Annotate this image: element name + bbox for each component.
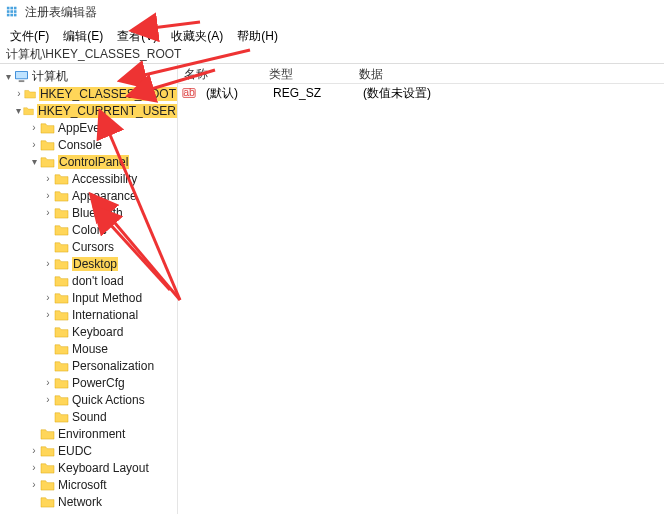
tree-appevents[interactable]: › AppEvents — [28, 119, 177, 136]
chevron-right-icon[interactable]: › — [42, 309, 54, 321]
folder-icon — [40, 495, 55, 508]
tree-label: Mouse — [72, 342, 108, 356]
tree-environment[interactable]: ·Environment — [28, 425, 177, 442]
window-title: 注册表编辑器 — [25, 4, 97, 21]
tree-appearance[interactable]: ›Appearance — [42, 187, 177, 204]
menubar: 文件(F) 编辑(E) 查看(V) 收藏夹(A) 帮助(H) — [0, 24, 664, 46]
tree-label: PowerCfg — [72, 376, 125, 390]
tree-hkey-classes-root[interactable]: › HKEY_CLASSES_ROOT — [14, 85, 177, 102]
folder-icon — [54, 223, 69, 236]
tree-label: Console — [58, 138, 102, 152]
tree-label: Colors — [72, 223, 107, 237]
tree-printers[interactable]: ›Printers — [28, 510, 177, 514]
chevron-right-icon[interactable]: › — [42, 190, 54, 202]
tree-hkey-current-user[interactable]: ▾ HKEY_CURRENT_USER — [14, 102, 177, 119]
menu-favorites[interactable]: 收藏夹(A) — [165, 26, 229, 44]
menu-edit[interactable]: 编辑(E) — [57, 26, 109, 44]
chevron-right-icon[interactable]: › — [28, 462, 40, 474]
menu-file[interactable]: 文件(F) — [4, 26, 55, 44]
tree-cursors[interactable]: ·Cursors — [42, 238, 177, 255]
string-value-icon: ab — [182, 86, 196, 100]
tree-keyboardlayout[interactable]: ›Keyboard Layout — [28, 459, 177, 476]
col-type[interactable]: 类型 — [263, 64, 353, 83]
value-data: (数值未设置) — [357, 84, 664, 103]
tree-root-computer[interactable]: ▾ 计算机 — [0, 68, 177, 85]
chevron-right-icon[interactable]: › — [28, 139, 40, 151]
tree-label: Keyboard Layout — [58, 461, 149, 475]
tree-label: Desktop — [72, 257, 118, 271]
values-body: ab (默认) REG_SZ (数值未设置) — [178, 84, 664, 514]
folder-icon — [40, 444, 55, 457]
folder-icon — [54, 206, 69, 219]
tree-label: ControlPanel — [58, 155, 129, 169]
tree-desktop[interactable]: ›Desktop — [42, 255, 177, 272]
tree-quickactions[interactable]: ›Quick Actions — [42, 391, 177, 408]
chevron-right-icon[interactable]: › — [42, 207, 54, 219]
svg-rect-7 — [10, 14, 13, 17]
main-content: ▾ 计算机 › HKEY_CLASSES_ROOT ▾ HKEY_CURRENT… — [0, 64, 664, 514]
chevron-right-icon[interactable]: › — [28, 122, 40, 134]
chevron-right-icon[interactable]: › — [42, 377, 54, 389]
tree-accessibility[interactable]: ›Accessibility — [42, 170, 177, 187]
value-name: (默认) — [200, 84, 267, 103]
chevron-right-icon[interactable]: › — [42, 292, 54, 304]
folder-icon — [54, 342, 69, 355]
svg-rect-4 — [10, 10, 13, 13]
folder-icon — [40, 155, 55, 168]
folder-icon — [54, 189, 69, 202]
tree-sound[interactable]: ·Sound — [42, 408, 177, 425]
address-bar[interactable]: 计算机\HKEY_CLASSES_ROOT — [0, 46, 664, 64]
tree-mouse[interactable]: ·Mouse — [42, 340, 177, 357]
tree-bluetooth[interactable]: ›Bluetooth — [42, 204, 177, 221]
regedit-app-icon — [6, 5, 20, 19]
menu-help[interactable]: 帮助(H) — [231, 26, 284, 44]
tree-eudc[interactable]: ›EUDC — [28, 442, 177, 459]
chevron-right-icon[interactable]: › — [14, 88, 24, 100]
tree-inputmethod[interactable]: ›Input Method — [42, 289, 177, 306]
svg-rect-1 — [10, 7, 13, 10]
menu-view[interactable]: 查看(V) — [111, 26, 163, 44]
folder-icon — [54, 172, 69, 185]
tree-powercfg[interactable]: ›PowerCfg — [42, 374, 177, 391]
folder-icon — [40, 461, 55, 474]
chevron-right-icon[interactable]: › — [28, 445, 40, 457]
svg-rect-2 — [14, 7, 17, 10]
tree-network[interactable]: ·Network — [28, 493, 177, 510]
svg-rect-10 — [16, 72, 27, 79]
chevron-down-icon[interactable]: ▾ — [2, 71, 14, 83]
col-data[interactable]: 数据 — [353, 64, 664, 83]
col-name[interactable]: 名称 — [178, 64, 263, 83]
chevron-right-icon[interactable]: › — [42, 394, 54, 406]
tree-label: 计算机 — [32, 68, 68, 85]
chevron-right-icon[interactable]: › — [28, 479, 40, 491]
tree-label: Sound — [72, 410, 107, 424]
tree-colors[interactable]: ·Colors — [42, 221, 177, 238]
folder-icon — [40, 478, 55, 491]
tree-label: HKEY_CURRENT_USER — [37, 104, 177, 118]
tree-console[interactable]: › Console — [28, 136, 177, 153]
tree-label: Bluetooth — [72, 206, 123, 220]
tree-controlpanel[interactable]: ▾ ControlPanel — [28, 153, 177, 170]
chevron-right-icon[interactable]: › — [42, 173, 54, 185]
tree-label: Quick Actions — [72, 393, 145, 407]
tree-label: Keyboard — [72, 325, 123, 339]
folder-icon — [54, 291, 69, 304]
folder-icon — [54, 359, 69, 372]
tree-label: Cursors — [72, 240, 114, 254]
folder-icon — [54, 393, 69, 406]
chevron-down-icon[interactable]: ▾ — [28, 156, 40, 168]
folder-icon — [40, 427, 55, 440]
tree-personalization[interactable]: ·Personalization — [42, 357, 177, 374]
tree-microsoft[interactable]: ›Microsoft — [28, 476, 177, 493]
tree-international[interactable]: ›International — [42, 306, 177, 323]
chevron-right-icon[interactable]: › — [42, 258, 54, 270]
tree-keyboard[interactable]: ·Keyboard — [42, 323, 177, 340]
tree-label: Personalization — [72, 359, 154, 373]
chevron-down-icon[interactable]: ▾ — [14, 105, 23, 117]
value-row[interactable]: ab (默认) REG_SZ (数值未设置) — [178, 84, 664, 102]
folder-icon — [40, 138, 55, 151]
tree-dontload[interactable]: ·don't load — [42, 272, 177, 289]
tree-label: Network — [58, 495, 102, 509]
tree-label: Input Method — [72, 291, 142, 305]
computer-icon — [14, 70, 29, 83]
